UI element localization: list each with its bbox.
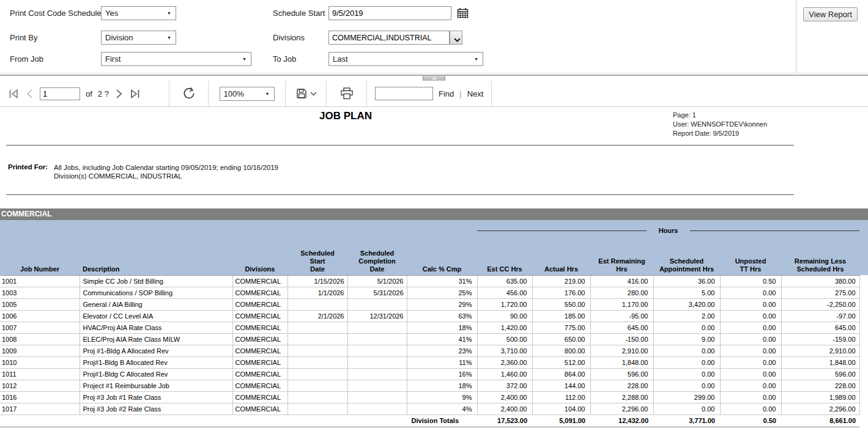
cell xyxy=(287,368,347,380)
cell: Proj#1-Bldg B Allocated Rev xyxy=(80,356,232,368)
refresh-button[interactable] xyxy=(182,87,196,100)
cell: 1007 xyxy=(0,322,80,333)
divisions-input[interactable] xyxy=(328,31,450,45)
find-input[interactable] xyxy=(375,87,433,100)
division-section-header: COMMERCIAL xyxy=(0,208,868,220)
column-header: Est CC Hrs xyxy=(477,241,532,275)
cell: 0.50 xyxy=(720,275,781,287)
cell: 2,288.00 xyxy=(590,391,653,403)
save-export-button[interactable] xyxy=(295,87,308,100)
cell xyxy=(347,380,407,391)
print-cost-code-schedule-select[interactable]: Yes ▼ xyxy=(101,6,176,20)
cell: 25% xyxy=(407,287,477,298)
cell: 0.00 xyxy=(720,368,781,380)
cell: 1,848.00 xyxy=(590,356,653,368)
cell: 2.00 xyxy=(653,310,720,322)
cell: 380.00 xyxy=(781,275,859,287)
cell: 3,420.00 xyxy=(653,298,720,310)
total-value: 12,432.00 xyxy=(590,414,653,427)
column-header: Est Remaining Hrs xyxy=(590,241,653,275)
to-job-select[interactable]: Last ▼ xyxy=(328,52,483,66)
cell: -2,250.00 xyxy=(781,298,859,310)
cell: 299.00 xyxy=(653,391,720,403)
hours-group-label: Hours xyxy=(659,227,678,235)
print-group xyxy=(327,81,367,106)
cell: 0.00 xyxy=(720,356,781,368)
total-value: 3,771.00 xyxy=(653,414,720,427)
current-page-input[interactable] xyxy=(40,87,80,100)
cell xyxy=(287,356,347,368)
table-row: 1005General / AIA BillingCOMMERCIAL29%1,… xyxy=(0,298,859,310)
print-by-select[interactable]: Division ▼ xyxy=(101,31,176,45)
next-page-button[interactable] xyxy=(114,89,124,99)
division-totals-label: Division Totals xyxy=(407,414,477,427)
cell: COMMERCIAL xyxy=(232,403,287,414)
cell: 18% xyxy=(407,380,477,391)
cell: 550.00 xyxy=(532,298,590,310)
cell: 0.00 xyxy=(720,380,781,391)
column-header: Description xyxy=(80,241,232,275)
cell xyxy=(347,403,407,414)
find-next-button[interactable]: Next xyxy=(467,89,484,98)
table-row: 1010Proj#1-Bldg B Allocated RevCOMMERCIA… xyxy=(0,356,859,368)
cell: 1,848.00 xyxy=(781,356,859,368)
cell: 23% xyxy=(407,345,477,356)
chevron-down-icon: ▼ xyxy=(265,92,270,96)
chevron-left-icon xyxy=(25,89,34,99)
cell: 0.00 xyxy=(653,403,720,414)
cell: -150.00 xyxy=(590,333,653,345)
cell: 36.00 xyxy=(653,275,720,287)
table-row: 1003Communications / SOP BillingCOMMERCI… xyxy=(0,287,859,298)
total-value: 8,661.00 xyxy=(781,414,859,427)
cell: 16% xyxy=(407,368,477,380)
chevron-down-icon[interactable] xyxy=(310,92,317,96)
refresh-group xyxy=(169,81,209,106)
cell: 41% xyxy=(407,333,477,345)
cell: 645.00 xyxy=(781,322,859,333)
cell xyxy=(347,322,407,333)
cell xyxy=(347,391,407,403)
user-text: User: WENNSOFTDEV\konnen xyxy=(673,120,767,129)
chevron-down-icon: ▼ xyxy=(242,57,247,61)
cell xyxy=(347,356,407,368)
cell: 864.00 xyxy=(532,368,590,380)
report-page: JOB PLAN Page: 1 User: WENNSOFTDEV\konne… xyxy=(0,108,868,431)
print-button[interactable] xyxy=(340,87,354,100)
cell: 1017 xyxy=(0,403,80,414)
to-job-label: To Job xyxy=(273,54,296,64)
cell: COMMERCIAL xyxy=(232,333,287,345)
page-navigation-group: of 2 ? xyxy=(0,81,169,106)
division-table: HoursJob NumberDescriptionDivisionsSched… xyxy=(0,220,860,427)
zoom-select[interactable]: 100% ▼ xyxy=(220,87,275,101)
cell: 5.00 xyxy=(653,287,720,298)
schedule-start-input[interactable] xyxy=(328,6,451,20)
find-button[interactable]: Find xyxy=(439,89,454,98)
cell: 0.00 xyxy=(653,356,720,368)
cell xyxy=(287,403,347,414)
column-header: Scheduled Appointment Hrs xyxy=(653,241,720,275)
table-row: 1016Proj #3 Job #1 Rate ClassCOMMERCIAL9… xyxy=(0,391,859,403)
page-info-block: Page: 1 User: WENNSOFTDEV\konnen Report … xyxy=(673,111,767,138)
select-value: Yes xyxy=(105,9,118,18)
cell: 2,910.00 xyxy=(781,345,859,356)
first-page-button[interactable] xyxy=(8,89,20,99)
cell xyxy=(287,345,347,356)
chevron-down-icon: ▼ xyxy=(167,11,171,15)
cell: 2,360.00 xyxy=(477,356,532,368)
calendar-button[interactable] xyxy=(457,7,469,19)
header-spacer xyxy=(0,220,477,241)
cell: COMMERCIAL xyxy=(232,310,287,322)
cell xyxy=(347,368,407,380)
cell: 12/31/2026 xyxy=(347,310,407,322)
cell: 1012 xyxy=(0,380,80,391)
cell: Proj#1-Bldg C Allocated Rev xyxy=(80,368,232,380)
divisions-dropdown-button[interactable] xyxy=(450,31,462,45)
cell: 18% xyxy=(407,322,477,333)
view-report-button[interactable]: View Report xyxy=(803,7,858,21)
chevron-down-icon: ▼ xyxy=(474,57,478,61)
cell xyxy=(0,414,407,427)
from-job-select[interactable]: First ▼ xyxy=(101,52,251,66)
previous-page-button[interactable] xyxy=(25,89,34,99)
total-value: 0.50 xyxy=(720,414,781,427)
last-page-button[interactable] xyxy=(129,89,141,99)
